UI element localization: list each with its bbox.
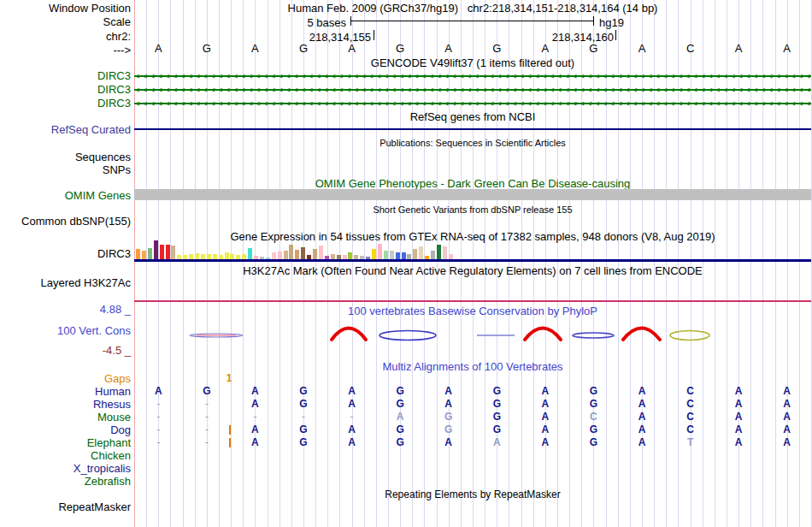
gtex-tissue-bar[interactable] <box>154 240 158 259</box>
track-title-omim[interactable]: OMIM Gene Phenotypes - Dark Green Can Be… <box>134 178 811 189</box>
phylop-arch-glyph <box>623 329 660 340</box>
track-title-publications[interactable]: Publications: Sequences in Scientific Ar… <box>134 139 811 148</box>
omim-gene-bar[interactable] <box>134 189 811 200</box>
alignment-gap-dash: - <box>200 412 214 422</box>
track-title-gencode[interactable]: GENCODE V49lift37 (1 items filtered out) <box>134 57 811 68</box>
gtex-tissue-bar[interactable] <box>437 245 441 259</box>
gtex-tissue-bar[interactable] <box>384 251 388 259</box>
gtex-tissue-bar[interactable] <box>160 245 164 259</box>
species-label-zebrafish[interactable]: Zebrafish <box>0 476 131 487</box>
track-title-phylop[interactable]: 100 vertebrates Basewise Conservation by… <box>134 305 811 317</box>
alignment-base: A <box>780 424 794 435</box>
gtex-tissue-bar[interactable] <box>372 249 376 259</box>
gtex-tissue-bar[interactable] <box>295 250 299 259</box>
species-label-elephant[interactable]: Elephant <box>0 437 131 448</box>
track-title-multiz[interactable]: Multiz Alignments of 100 Vertebrates <box>134 361 811 372</box>
gtex-tissue-bar[interactable] <box>289 245 293 259</box>
track-label-h3k27ac[interactable]: Layered H3K27Ac <box>0 277 131 288</box>
gtex-tissue-bar[interactable] <box>148 248 152 259</box>
alignment-gap-dash: - <box>200 437 214 447</box>
track-label-sequences[interactable]: Sequences <box>0 151 131 163</box>
alignment-gap-dash: - <box>200 399 214 409</box>
h3k27ac-signal-line[interactable] <box>134 300 811 302</box>
gtex-tissue-bar[interactable] <box>313 249 317 259</box>
alignment-base: G <box>297 386 310 396</box>
species-label-dog[interactable]: Dog <box>0 424 131 435</box>
reference-base: A <box>731 43 746 54</box>
track-title-dbsnp[interactable]: Short Genetic Variants from dbSNP releas… <box>134 205 811 215</box>
gtex-tissue-bar[interactable] <box>195 253 199 259</box>
phylop-arch-glyph <box>332 329 366 340</box>
species-label-x_tropicalis[interactable]: X_tropicalis <box>0 463 131 474</box>
gtex-tissue-bar[interactable] <box>443 246 447 259</box>
track-label-phylop[interactable]: 100 Vert. Cons <box>0 325 131 336</box>
track-label-refseq-curated[interactable]: RefSeq Curated <box>0 124 131 135</box>
gene-label-dirc3[interactable]: DIRC3 <box>0 70 131 81</box>
gtex-tissue-bar[interactable] <box>396 252 400 259</box>
species-label-chicken[interactable]: Chicken <box>0 450 131 461</box>
gtex-tissue-bar[interactable] <box>319 246 323 259</box>
species-label-rhesus[interactable]: Rhesus <box>0 399 131 410</box>
alignment-base: A <box>732 386 745 396</box>
alignment-base: A <box>732 437 745 447</box>
alignment-gap-dash: - <box>248 412 262 422</box>
phylop-glyph-canvas[interactable] <box>134 323 811 349</box>
track-title-repeatmasker[interactable]: Repeating Elements by RepeatMasker <box>134 490 811 500</box>
gtex-tissue-bar[interactable] <box>225 252 229 259</box>
gtex-tissue-bar[interactable] <box>278 252 282 259</box>
gtex-tissue-bar[interactable] <box>301 247 305 259</box>
gtex-tissue-bar[interactable] <box>419 246 423 259</box>
gtex-tissue-bar[interactable] <box>136 249 140 259</box>
track-label-snps[interactable]: SNPs <box>0 164 131 175</box>
gtex-tissue-bar[interactable] <box>390 251 394 259</box>
species-label-human[interactable]: Human <box>0 386 131 397</box>
alignment-base: A <box>248 424 262 435</box>
reference-base: A <box>634 43 650 54</box>
phylop-max-label: 4.88 _ <box>0 304 131 315</box>
gtex-tissue-bar[interactable] <box>272 252 276 259</box>
scale-label: Scale <box>0 16 131 27</box>
gene-label-dirc3[interactable]: DIRC3 <box>0 98 131 109</box>
scale-assembly: hg19 <box>599 16 624 29</box>
gene-direction-arrows: <<<<<<<<<<<<<<<<<<<<<<<<<<<<<<<<<<<<<<<<… <box>135 85 810 95</box>
alignment-base: A <box>442 386 456 396</box>
track-label-gaps[interactable]: Gaps <box>0 373 131 384</box>
alignment-base: G <box>200 386 214 396</box>
alignment-base: A <box>780 412 794 422</box>
alignment-base: G <box>297 424 310 435</box>
gtex-tissue-bar[interactable] <box>284 251 288 259</box>
track-title-h3k27ac[interactable]: H3K27Ac Mark (Often Found Near Active Re… <box>134 265 811 276</box>
gtex-tissue-bar[interactable] <box>378 244 382 259</box>
gtex-tissue-bar[interactable] <box>166 245 170 259</box>
scale-bar-left-tick <box>350 16 351 26</box>
refseq-curated-line[interactable] <box>134 128 811 130</box>
gtex-tissue-bar[interactable] <box>431 251 435 259</box>
species-label-mouse[interactable]: Mouse <box>0 412 131 423</box>
track-label-dbsnp[interactable]: Common dbSNP(155) <box>0 216 131 227</box>
window-position-label: Window Position <box>0 3 131 14</box>
gene-label-dirc3[interactable]: DIRC3 <box>0 84 131 95</box>
phylop-flat-ellipse-glyph <box>573 333 614 338</box>
track-label-omim-genes[interactable]: OMIM Genes <box>0 190 131 201</box>
track-title-refseq[interactable]: RefSeq genes from NCBI <box>134 111 811 122</box>
gtex-tissue-bar[interactable] <box>413 249 417 259</box>
gap-count-value: 1 <box>222 373 236 383</box>
alignment-base: A <box>635 399 649 409</box>
track-label-repeatmasker[interactable]: RepeatMasker <box>0 501 131 512</box>
alignment-base: G <box>442 412 456 422</box>
track-title-gtex[interactable]: Gene Expression in 54 tissues from GTEx … <box>134 231 811 242</box>
alignment-base: C <box>684 399 697 409</box>
reference-base: A <box>780 43 795 54</box>
track-label-gtex-gene[interactable]: DIRC3 <box>0 248 131 259</box>
gtex-tissue-bar[interactable] <box>248 248 252 259</box>
reference-base: A <box>441 43 456 54</box>
alignment-base: A <box>442 437 456 447</box>
gtex-tissue-bar[interactable] <box>171 246 175 259</box>
gtex-tissue-bar[interactable] <box>142 251 146 259</box>
reference-base: A <box>150 43 166 54</box>
alignment-base: C <box>684 424 697 435</box>
gtex-tissue-bar[interactable] <box>402 252 406 259</box>
phylop-ellipse-glyph <box>670 331 709 340</box>
gtex-tissue-bar[interactable] <box>348 252 352 259</box>
alignment-base: C <box>684 386 697 396</box>
